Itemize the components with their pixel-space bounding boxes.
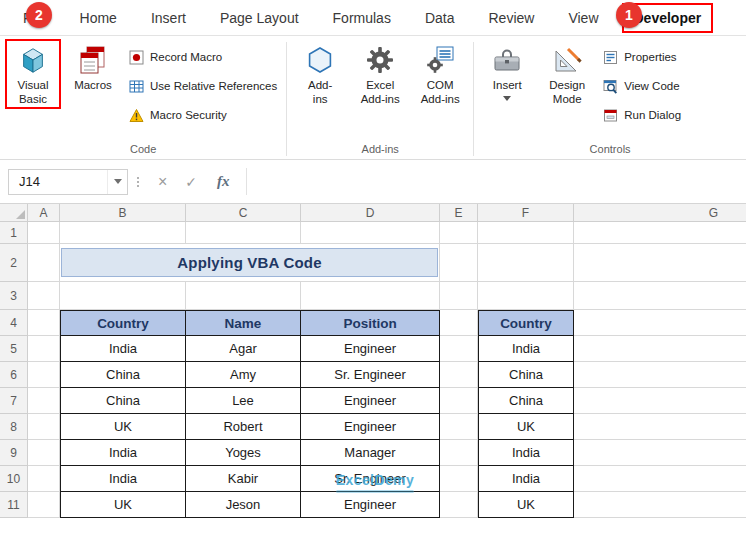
cell-E2[interactable]	[440, 244, 478, 282]
cell-B5[interactable]: India	[60, 336, 186, 362]
cell-E10[interactable]	[440, 466, 478, 492]
tab-data[interactable]: Data	[408, 1, 472, 35]
cell-F5[interactable]: India	[478, 336, 574, 362]
column-header-D[interactable]: D	[301, 204, 440, 222]
cell-F3[interactable]	[478, 282, 574, 310]
column-header-F[interactable]: F	[478, 204, 574, 222]
cell-D7[interactable]: Engineer	[301, 388, 440, 414]
name-box-dropdown[interactable]	[107, 170, 127, 194]
name-box[interactable]: J14	[8, 169, 128, 195]
cell-B3[interactable]	[60, 282, 186, 310]
tab-review[interactable]: Review	[472, 1, 552, 35]
cell-B4[interactable]: Country	[60, 310, 186, 336]
row-header-6[interactable]: 6	[0, 362, 28, 388]
column-header-A[interactable]: A	[28, 204, 60, 222]
column-header-G[interactable]: G	[574, 204, 746, 222]
cell-C8[interactable]: Robert	[186, 414, 301, 440]
cell-A3[interactable]	[28, 282, 60, 310]
design-mode-button[interactable]: Design Mode	[539, 39, 595, 109]
row-header-3[interactable]: 3	[0, 282, 28, 310]
cell-D9[interactable]: Manager	[301, 440, 440, 466]
cell-F6[interactable]: China	[478, 362, 574, 388]
cell-C11[interactable]: Jeson	[186, 492, 301, 518]
cell-G6[interactable]	[574, 362, 746, 388]
cell-C3[interactable]	[186, 282, 301, 310]
formula-input[interactable]	[246, 168, 746, 195]
tab-page-layout[interactable]: Page Layout	[203, 1, 316, 35]
cell-D5[interactable]: Engineer	[301, 336, 440, 362]
cell-E8[interactable]	[440, 414, 478, 440]
cell-C5[interactable]: Agar	[186, 336, 301, 362]
cancel-icon[interactable]: ×	[148, 173, 177, 191]
tab-home[interactable]: Home	[63, 1, 134, 35]
formula-bar-resize-handle[interactable]	[128, 177, 148, 187]
cell-G9[interactable]	[574, 440, 746, 466]
cell-E4[interactable]	[440, 310, 478, 336]
cell-C1[interactable]	[186, 222, 301, 244]
cell-A7[interactable]	[28, 388, 60, 414]
enter-icon[interactable]: ✓	[177, 174, 205, 190]
cell-A10[interactable]	[28, 466, 60, 492]
row-header-5[interactable]: 5	[0, 336, 28, 362]
run-dialog-button[interactable]: Run Dialog	[599, 104, 685, 126]
cell-G1[interactable]	[574, 222, 746, 244]
cell-G11[interactable]	[574, 492, 746, 518]
cell-F7[interactable]: China	[478, 388, 574, 414]
cell-F11[interactable]: UK	[478, 492, 574, 518]
column-header-E[interactable]: E	[440, 204, 478, 222]
column-header-B[interactable]: B	[60, 204, 186, 222]
cell-E5[interactable]	[440, 336, 478, 362]
view-code-button[interactable]: View Code	[599, 75, 685, 97]
record-macro-button[interactable]: Record Macro	[125, 46, 281, 68]
cell-E9[interactable]	[440, 440, 478, 466]
cell-A8[interactable]	[28, 414, 60, 440]
cell-A5[interactable]	[28, 336, 60, 362]
cell-A11[interactable]	[28, 492, 60, 518]
excel-addins-button[interactable]: Excel Add-ins	[352, 39, 408, 109]
cell-A2[interactable]	[28, 244, 60, 282]
cell-E7[interactable]	[440, 388, 478, 414]
row-header-2[interactable]: 2	[0, 244, 28, 282]
cell-G7[interactable]	[574, 388, 746, 414]
title-banner-cell[interactable]: Applying VBA Code	[60, 244, 440, 282]
cell-B6[interactable]: China	[60, 362, 186, 388]
cell-G5[interactable]	[574, 336, 746, 362]
addins-button[interactable]: Add- ins	[292, 39, 348, 109]
cell-D8[interactable]: Engineer	[301, 414, 440, 440]
cell-F9[interactable]: India	[478, 440, 574, 466]
cell-E3[interactable]	[440, 282, 478, 310]
cell-C7[interactable]: Lee	[186, 388, 301, 414]
cell-B8[interactable]: UK	[60, 414, 186, 440]
use-relative-references-button[interactable]: Use Relative References	[125, 75, 281, 97]
tab-formulas[interactable]: Formulas	[316, 1, 408, 35]
macro-security-button[interactable]: Macro Security	[125, 104, 281, 126]
cell-B9[interactable]: India	[60, 440, 186, 466]
row-header-9[interactable]: 9	[0, 440, 28, 466]
cell-E11[interactable]	[440, 492, 478, 518]
cell-B10[interactable]: India	[60, 466, 186, 492]
cell-G3[interactable]	[574, 282, 746, 310]
cell-C10[interactable]: Kabir	[186, 466, 301, 492]
com-addins-button[interactable]: COM Add-ins	[412, 39, 468, 109]
row-header-11[interactable]: 11	[0, 492, 28, 518]
row-header-7[interactable]: 7	[0, 388, 28, 414]
cell-A9[interactable]	[28, 440, 60, 466]
macros-button[interactable]: Macros	[65, 39, 121, 95]
cell-F8[interactable]: UK	[478, 414, 574, 440]
cell-A4[interactable]	[28, 310, 60, 336]
cell-D1[interactable]	[301, 222, 440, 244]
cell-F2[interactable]	[478, 244, 574, 282]
cell-G2[interactable]	[574, 244, 746, 282]
cell-F1[interactable]	[478, 222, 574, 244]
cell-G10[interactable]	[574, 466, 746, 492]
insert-control-button[interactable]: Insert	[479, 39, 535, 107]
cell-A6[interactable]	[28, 362, 60, 388]
select-all-corner[interactable]	[0, 204, 28, 222]
cell-D6[interactable]: Sr. Engineer	[301, 362, 440, 388]
visual-basic-button[interactable]: Visual Basic	[5, 39, 61, 109]
cell-D10[interactable]: Sr. Engineer	[301, 466, 440, 492]
insert-function-icon[interactable]: fx	[205, 173, 242, 190]
cell-D4[interactable]: Position	[301, 310, 440, 336]
cell-C9[interactable]: Yoges	[186, 440, 301, 466]
cell-D11[interactable]: Engineer	[301, 492, 440, 518]
